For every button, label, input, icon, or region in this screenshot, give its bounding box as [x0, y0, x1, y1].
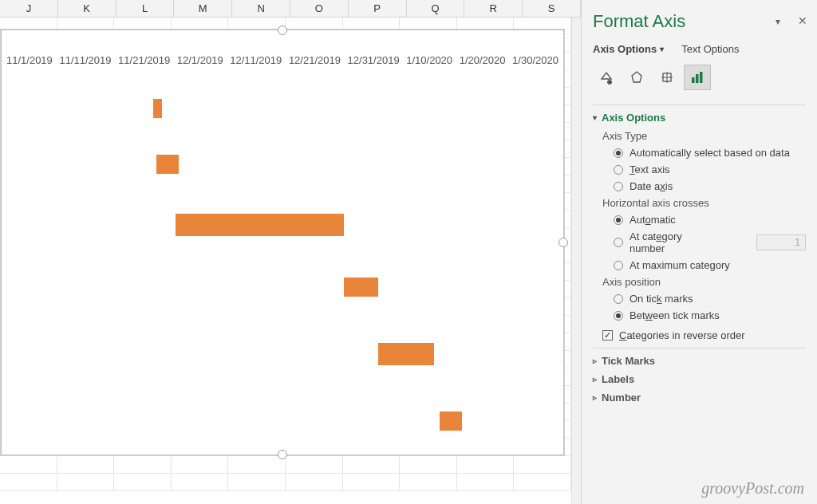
tick-label: 12/31/2019 — [348, 54, 400, 66]
col-header[interactable]: N — [232, 0, 290, 17]
axis-type-label: Axis Type — [602, 130, 806, 142]
tab-axis-options[interactable]: Axis Options ▾ — [593, 43, 664, 55]
gantt-bar[interactable] — [440, 411, 462, 431]
column-headers: J K L M N O P Q R S — [0, 0, 581, 18]
size-icon[interactable] — [653, 65, 681, 90]
section-number[interactable]: ▹Number — [593, 392, 806, 404]
tab-label: Axis Options — [593, 43, 657, 55]
spreadsheet-area: J K L M N O P Q R S — [0, 0, 581, 504]
radio-date-axis[interactable]: Date axis — [614, 180, 806, 192]
radio-label: At maximum category — [630, 259, 730, 271]
radio-cross-category[interactable]: At categorynumber — [614, 230, 806, 254]
radio-icon — [614, 215, 623, 225]
col-header[interactable]: P — [349, 0, 407, 17]
col-header[interactable]: L — [116, 0, 175, 17]
radio-label: Date axis — [630, 180, 673, 192]
chevron-down-icon: ▾ — [660, 45, 664, 53]
svg-marker-0 — [632, 72, 641, 82]
radio-label: At categorynumber — [630, 230, 682, 254]
plot-area[interactable]: 11/1/2019 11/11/2019 11/21/2019 12/1/201… — [1, 30, 564, 455]
radio-icon — [614, 165, 623, 175]
radio-text-axis[interactable]: Text axis — [614, 163, 806, 175]
radio-auto-type[interactable]: Automatically select based on data — [614, 147, 806, 159]
tick-label: 12/11/2019 — [230, 54, 282, 66]
gantt-bar[interactable] — [344, 278, 377, 297]
gantt-bar[interactable] — [176, 214, 344, 236]
tab-label: Text Options — [681, 43, 739, 55]
radio-cross-auto[interactable]: Automatic — [614, 214, 806, 226]
tick-label: 1/20/2020 — [460, 54, 506, 66]
col-header[interactable]: J — [0, 0, 58, 17]
radio-cross-max[interactable]: At maximum category — [614, 259, 806, 271]
resize-handle-bottom[interactable] — [278, 450, 287, 459]
format-axis-pane: ▾ ✕ Format Axis Axis Options ▾ Text Opti… — [581, 0, 817, 504]
col-header[interactable]: Q — [407, 0, 465, 17]
radio-icon — [614, 238, 623, 247]
radio-on-tick[interactable]: On tick marks — [614, 293, 806, 305]
chart-object[interactable]: 11/1/2019 11/11/2019 11/21/2019 12/1/201… — [0, 29, 565, 456]
triangle-right-icon: ▹ — [593, 356, 597, 365]
section-axis-options[interactable]: ▾ Axis Options — [593, 112, 806, 124]
gantt-bar[interactable] — [156, 155, 179, 174]
radio-label: Automatically select based on data — [630, 147, 790, 159]
triangle-right-icon: ▹ — [593, 375, 597, 384]
tick-label: 11/21/2019 — [118, 54, 170, 66]
section-label: Number — [602, 392, 641, 404]
col-header[interactable]: R — [464, 0, 523, 17]
triangle-down-icon: ▾ — [593, 113, 597, 122]
axis-options-icon[interactable] — [684, 65, 711, 90]
tick-label: 1/10/2020 — [406, 54, 452, 66]
tick-label: 12/1/2019 — [177, 54, 223, 66]
radio-label: On tick marks — [630, 293, 693, 305]
radio-between-tick[interactable]: Between tick marks — [614, 309, 806, 321]
tick-label: 11/1/2019 — [6, 54, 53, 66]
radio-label: Text axis — [630, 163, 670, 175]
axis-position-label: Axis position — [602, 276, 806, 288]
triangle-right-icon: ▹ — [593, 393, 597, 402]
radio-icon — [614, 311, 623, 321]
radio-label: Between tick marks — [630, 309, 720, 321]
tab-text-options[interactable]: Text Options — [681, 43, 739, 55]
radio-icon — [614, 182, 623, 191]
checkbox-icon — [602, 330, 613, 341]
gantt-bar[interactable] — [378, 343, 434, 365]
icon-tabs — [593, 65, 806, 90]
radio-label: Automatic — [630, 214, 676, 226]
col-header[interactable]: M — [174, 0, 232, 17]
close-icon[interactable]: ✕ — [798, 14, 807, 27]
checkbox-label: Categories in reverse order — [619, 329, 745, 341]
tick-label: 11/11/2019 — [59, 54, 111, 66]
col-header[interactable]: S — [523, 0, 581, 17]
radio-icon — [614, 294, 623, 304]
resize-handle-top[interactable] — [278, 26, 287, 35]
svg-rect-5 — [696, 74, 699, 83]
fill-icon[interactable] — [593, 65, 620, 90]
radio-icon — [614, 261, 623, 270]
col-header[interactable]: O — [290, 0, 349, 17]
section-label: Labels — [602, 373, 634, 385]
tick-label: 1/30/2020 — [512, 54, 558, 66]
section-label: Axis Options — [602, 112, 665, 124]
svg-rect-6 — [700, 72, 703, 83]
radio-icon — [614, 148, 623, 158]
gantt-bar[interactable] — [153, 99, 162, 118]
tick-label: 12/21/2019 — [289, 54, 341, 66]
vertical-scrollbar[interactable] — [571, 18, 581, 504]
x-axis-labels: 11/1/2019 11/11/2019 11/21/2019 12/1/201… — [6, 54, 558, 66]
section-label: Tick Marks — [602, 355, 655, 367]
pane-options-dropdown-icon[interactable]: ▾ — [776, 16, 780, 27]
effects-icon[interactable] — [623, 65, 650, 90]
section-labels[interactable]: ▹Labels — [593, 373, 806, 385]
resize-handle-right[interactable] — [558, 238, 568, 247]
section-tick-marks[interactable]: ▹Tick Marks — [593, 355, 806, 367]
checkbox-reverse-order[interactable]: Categories in reverse order — [602, 329, 806, 341]
col-header[interactable]: K — [58, 0, 116, 17]
svg-rect-4 — [692, 77, 695, 83]
pane-title: Format Axis — [593, 11, 806, 32]
category-number-input[interactable] — [756, 234, 806, 250]
h-crosses-label: Horizontal axis crosses — [602, 197, 806, 209]
